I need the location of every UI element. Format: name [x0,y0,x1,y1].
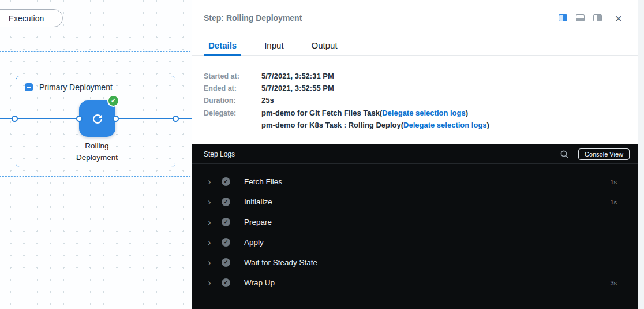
check-icon: ✓ [111,98,116,104]
check-icon: ✓ [222,218,230,226]
panel-header: Step: Rolling Deployment × [192,0,638,36]
panel-scrollbar[interactable] [638,0,644,309]
detail-label: Started at: [204,72,261,81]
log-row-initialize[interactable]: › ✓ Initialize 1s [192,192,638,212]
detail-label: Delegate: [204,109,261,133]
step-logs-header: Step Logs Console View [192,144,638,164]
detail-row-delegate: Delegate: pm-demo for Git Fetch Files Ta… [204,109,489,133]
log-row-wait-for-steady-state[interactable]: › ✓ Wait for Steady State [192,252,638,273]
panel-view-controls: × [559,0,622,36]
detail-row-started: Started at: 5/7/2021, 3:52:31 PM [204,72,489,81]
step-logs-title: Step Logs [204,150,235,158]
tab-details[interactable]: Details [204,36,241,56]
connection-point[interactable] [113,116,119,122]
pipeline-canvas[interactable]: Execution Primary Deployment ✓ Rolling D… [0,0,192,309]
pipeline-execution-page: Execution Primary Deployment ✓ Rolling D… [0,0,644,309]
chevron-right-icon[interactable]: › [208,177,216,187]
delegate-selection-logs-link[interactable]: Delegate selection logs [403,121,487,129]
delegate-line: pm-demo for Git Fetch Files Task(Delegat… [261,109,489,118]
check-icon: ✓ [222,177,230,186]
log-duration: 1s [610,199,617,206]
group-header: Primary Deployment [25,83,113,92]
detail-label: Duration: [204,96,261,105]
log-duration: 3s [610,280,617,286]
chevron-right-icon[interactable]: › [208,237,216,247]
success-check-badge: ✓ [107,95,119,107]
chevron-right-icon[interactable]: › [208,217,216,227]
panel-title: Step: Rolling Deployment [204,13,302,23]
detail-value: 5/7/2021, 3:52:31 PM [261,72,334,81]
check-icon: ✓ [222,278,230,287]
delegate-line: pm-demo for K8s Task : Rolling Deploy(De… [261,121,489,130]
close-icon[interactable]: × [615,12,622,24]
layout-split-bottom-icon[interactable] [576,14,585,21]
step-detail-panel: Step: Rolling Deployment × Details Input… [192,0,638,309]
chevron-right-icon[interactable]: › [208,278,216,288]
node-label: Rolling Deployment [57,140,137,163]
execution-label: Execution [9,14,44,23]
log-row-fetch-files[interactable]: › ✓ Fetch Files 1s [192,172,638,192]
delegate-selection-logs-link[interactable]: Delegate selection logs [382,109,466,117]
execution-breadcrumb-pill[interactable]: Execution [0,9,63,27]
log-row-apply[interactable]: › ✓ Apply [192,232,638,252]
details-section: Started at: 5/7/2021, 3:52:31 PM Ended a… [204,55,489,136]
delegate-values: pm-demo for Git Fetch Files Task(Delegat… [261,109,489,133]
connection-point[interactable] [173,116,179,122]
log-row-wrap-up[interactable]: › ✓ Wrap Up 3s [192,273,638,293]
tab-output[interactable]: Output [307,36,342,56]
connection-point[interactable] [12,116,18,122]
console-view-button[interactable]: Console View [578,148,630,160]
detail-tabs: Details Input Output [192,36,638,56]
detail-value: 25s [261,96,274,105]
detail-value: 5/7/2021, 3:52:55 PM [261,84,334,93]
layout-minimize-icon[interactable] [593,14,602,21]
log-row-prepare[interactable]: › ✓ Prepare [192,212,638,232]
log-rows: › ✓ Fetch Files 1s › ✓ Initialize 1s › ✓… [192,164,638,293]
collapse-minus-icon[interactable] [25,83,33,91]
chevron-right-icon[interactable]: › [208,258,216,267]
detail-row-ended: Ended at: 5/7/2021, 3:52:55 PM [204,84,489,93]
check-icon: ✓ [222,258,230,267]
step-logs-panel: Step Logs Console View › ✓ Fetch Files 1… [192,144,638,309]
search-icon[interactable] [560,150,569,159]
group-label: Primary Deployment [39,83,113,92]
tab-input[interactable]: Input [260,36,288,56]
log-duration: 1s [610,178,617,185]
check-icon: ✓ [222,238,230,247]
connection-point[interactable] [76,116,83,122]
detail-row-duration: Duration: 25s [204,96,489,105]
refresh-icon [91,112,104,126]
detail-label: Ended at: [204,84,261,93]
layout-split-right-icon[interactable] [559,14,567,21]
check-icon: ✓ [222,198,230,206]
chevron-right-icon[interactable]: › [208,197,216,207]
